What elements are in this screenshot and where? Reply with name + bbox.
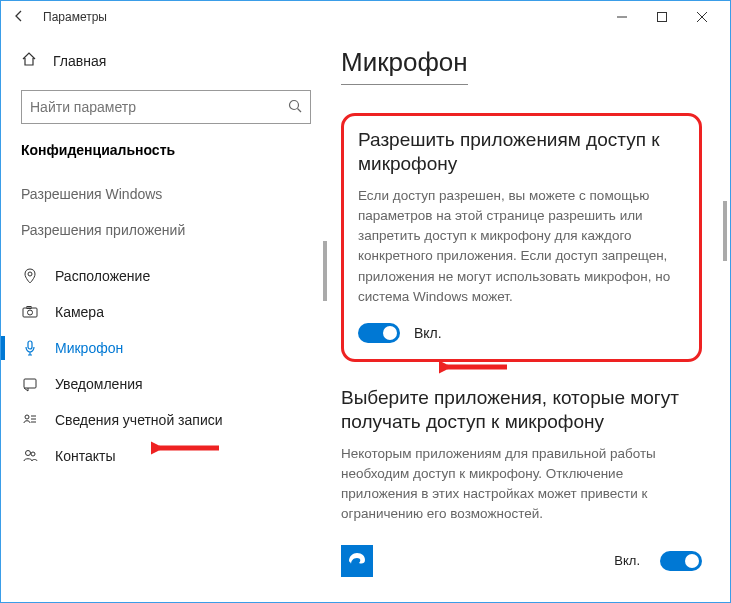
window-title: Параметры — [43, 10, 602, 24]
app-row: Вкл. — [341, 541, 702, 581]
sidebar-item-label: Расположение — [55, 268, 150, 284]
minimize-button[interactable] — [602, 3, 642, 31]
svg-rect-6 — [23, 308, 37, 317]
account-icon — [21, 412, 39, 428]
group-app-permissions: Разрешения приложений — [21, 222, 311, 238]
edge-icon — [341, 545, 373, 577]
sidebar-home[interactable]: Главная — [21, 43, 311, 78]
back-button[interactable] — [9, 9, 29, 26]
location-icon — [21, 268, 39, 284]
sidebar-item-label: Микрофон — [55, 340, 123, 356]
camera-icon — [21, 304, 39, 320]
allow-apps-toggle-label: Вкл. — [414, 325, 442, 341]
sidebar-item-label: Камера — [55, 304, 104, 320]
highlighted-section: Разрешить приложениям доступ к микрофону… — [341, 113, 702, 362]
sidebar-home-label: Главная — [53, 53, 106, 69]
section-choose-title: Выберите приложения, которые могут получ… — [341, 386, 702, 434]
sidebar-item-account-info[interactable]: Сведения учетной записи — [21, 402, 311, 438]
search-field[interactable] — [30, 99, 302, 115]
scrollbar[interactable] — [723, 201, 727, 261]
microphone-icon — [21, 340, 39, 356]
svg-point-11 — [25, 415, 29, 419]
category-header: Конфиденциальность — [21, 142, 311, 158]
section-choose-desc: Некоторым приложениям для правильной раб… — [341, 444, 702, 525]
home-icon — [21, 51, 37, 70]
section-allow-desc: Если доступ разрешен, вы можете с помощь… — [358, 186, 685, 308]
group-windows-permissions[interactable]: Разрешения Windows — [21, 186, 311, 202]
notifications-icon — [21, 376, 39, 392]
svg-rect-9 — [28, 341, 32, 349]
sidebar: Главная Конфиденциальность Разрешения Wi… — [1, 33, 331, 602]
search-input[interactable] — [21, 90, 311, 124]
scrollbar[interactable] — [323, 241, 327, 301]
search-icon — [288, 99, 302, 116]
svg-line-5 — [298, 108, 302, 112]
main-panel: Микрофон Разрешить приложениям доступ к … — [331, 33, 730, 602]
app-toggle-label: Вкл. — [614, 553, 640, 568]
svg-point-12 — [26, 451, 31, 456]
sidebar-item-contacts[interactable]: Контакты — [21, 438, 311, 474]
sidebar-item-label: Сведения учетной записи — [55, 412, 223, 428]
sidebar-item-label: Контакты — [55, 448, 115, 464]
svg-point-4 — [290, 100, 299, 109]
app-toggle[interactable] — [660, 551, 702, 571]
sidebar-item-notifications[interactable]: Уведомления — [21, 366, 311, 402]
sidebar-item-location[interactable]: Расположение — [21, 258, 311, 294]
svg-rect-10 — [24, 379, 36, 388]
section-allow-title: Разрешить приложениям доступ к микрофону — [358, 128, 685, 176]
allow-apps-toggle[interactable] — [358, 323, 400, 343]
svg-point-7 — [28, 310, 33, 315]
close-button[interactable] — [682, 3, 722, 31]
sidebar-item-camera[interactable]: Камера — [21, 294, 311, 330]
svg-rect-1 — [658, 13, 667, 22]
maximize-button[interactable] — [642, 3, 682, 31]
contacts-icon — [21, 448, 39, 464]
sidebar-item-microphone[interactable]: Микрофон — [21, 330, 311, 366]
svg-point-13 — [31, 452, 35, 456]
sidebar-item-label: Уведомления — [55, 376, 143, 392]
page-title: Микрофон — [341, 47, 468, 85]
